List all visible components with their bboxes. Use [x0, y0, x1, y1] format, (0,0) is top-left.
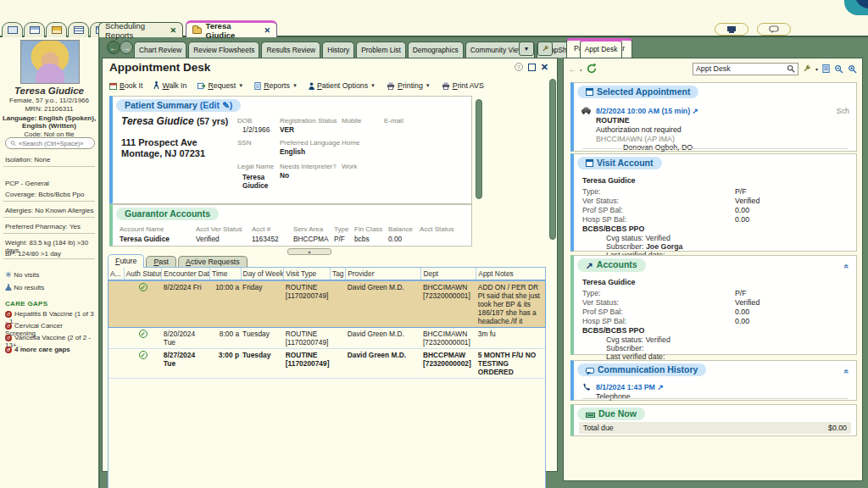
patient-language: Language: English (Spoken), [0, 114, 98, 122]
collapse-icon[interactable]: « [843, 369, 852, 374]
maximize-icon[interactable] [528, 64, 536, 71]
collapse-icon[interactable]: « [843, 264, 852, 269]
plan-name: BCBS/BCBS PPO [582, 326, 644, 335]
tab-review-flowsheets[interactable]: Review Flowsheets [188, 42, 259, 58]
communication-link[interactable]: 8/1/2024 1:43 PM ↗ [596, 383, 664, 391]
chevron-down-icon: ▼ [238, 83, 243, 88]
tab-past[interactable]: Past [146, 256, 176, 268]
close-icon[interactable]: ✕ [264, 26, 270, 35]
tab-results-review[interactable]: Results Review [261, 42, 320, 58]
col-encounter-date[interactable]: Encounter Date [162, 268, 210, 280]
col-time[interactable]: Time [210, 268, 241, 280]
appt-row[interactable]: ✓ 8/27/2024 Tue 3:00 p Tuesday ROUTINE[1… [108, 348, 545, 378]
home-workspace-tab[interactable] [2, 22, 23, 37]
secure-button[interactable] [715, 23, 748, 36]
appointment-dept: BHCCIMAWN (AP IMA) [596, 135, 675, 143]
selected-appointment-card: Selected Appointment 8/2/2024 10:00 AM (… [570, 82, 857, 152]
help-icon[interactable]: ? [515, 63, 523, 71]
appointment-link[interactable]: 8/2/2024 10:00 AM (15 min) ↗ [596, 107, 698, 115]
chevron-down-icon[interactable]: ▾ [815, 66, 818, 72]
appt-row-selected[interactable]: ✓ 8/2/2024 Fri 10:00 a Friday ROUTINE[11… [108, 280, 545, 327]
patient-mrn: MRN: 21106311 [0, 105, 98, 113]
col-acct-status: Acct Status [420, 225, 453, 233]
search-icon[interactable] [787, 64, 795, 73]
needs-interpreter-value: No [280, 171, 289, 180]
no-results-row: No results [5, 283, 95, 291]
care-gap-icon: ↺ [5, 335, 12, 341]
summary-scrollbar[interactable] [476, 99, 482, 199]
auth-check-icon: ✓ [139, 330, 147, 338]
edit-link[interactable]: (Edit ✎) [200, 100, 233, 110]
activity-settings-button[interactable] [537, 42, 553, 56]
tab-active-requests[interactable]: Active Requests [178, 256, 248, 268]
preferred-pharmacy: Preferred Pharmacy: Yes [5, 223, 95, 230]
chart-search-input[interactable] [19, 140, 90, 147]
no-visits-label: No visits [14, 271, 39, 279]
inbox-workspace-tab[interactable] [46, 22, 67, 37]
col-visit-type[interactable]: Visit Type [284, 268, 331, 280]
reports-button[interactable]: Reports▼ [254, 81, 298, 90]
auth-check-icon: ✓ [139, 283, 147, 291]
patient-sidebar-left: Teresa Giudice Female, 57 y.o., 11/2/196… [0, 37, 100, 488]
col-appt-notes[interactable]: Appt Notes [476, 268, 545, 280]
patient-language-2: English (Written) [0, 122, 98, 130]
col-auth-status[interactable]: Auth Status [124, 268, 162, 280]
list-workspace-tab[interactable] [68, 22, 89, 37]
encounter-date: 8/2/2024 Fri [162, 280, 210, 327]
inbox-icon [52, 26, 62, 34]
zoom-out-icon[interactable] [834, 64, 843, 74]
due-now-card: Due Now Total due $0.00 [570, 404, 857, 436]
calendar-workspace-tab[interactable] [24, 22, 45, 37]
printing-button[interactable]: Printing▼ [387, 81, 431, 90]
care-gap-more[interactable]: ↺4 more care gaps [5, 346, 95, 353]
sidebar-search-box [693, 63, 798, 75]
tab-scheduling-reports[interactable]: Scheduling Reports ✕ [98, 22, 183, 37]
appt-notes: 3m fu [476, 327, 545, 348]
selected-appointment-header: Selected Appointment [577, 86, 698, 98]
close-icon[interactable]: ✕ [541, 64, 548, 71]
title-bar: Scheduling Reports ✕ Teresa Giudice ✕ [0, 0, 868, 37]
ver-status-value: Verified [735, 197, 760, 205]
col-tag[interactable]: Tag [331, 268, 346, 280]
tab-appt-desk[interactable]: Appt Desk [580, 39, 623, 58]
wrench-icon[interactable] [803, 64, 811, 73]
sidebar-back-button[interactable]: ← ▾ [569, 64, 582, 74]
sidebar-search-input[interactable] [696, 64, 785, 73]
col-dept[interactable]: Dept [421, 268, 476, 280]
splitter-handle[interactable]: ▲ [287, 248, 331, 255]
chevron-down-icon: ▾ [525, 45, 528, 53]
tab-demographics[interactable]: Demographics [408, 42, 464, 58]
zoom-in-icon[interactable] [848, 64, 857, 74]
panel-scrollbar[interactable] [549, 79, 556, 240]
tab-history[interactable]: History [322, 42, 354, 58]
more-activities-button[interactable]: ▾ [519, 42, 534, 56]
patient-photo[interactable] [20, 40, 80, 84]
bookmark-icon[interactable] [822, 64, 830, 73]
hosp-sp-bal-label: Hosp SP Bal: [582, 215, 626, 224]
forward-button[interactable]: → [120, 41, 133, 54]
walk-in-button[interactable]: Walk In [153, 81, 186, 90]
home-label: Home [342, 139, 359, 147]
col-provider[interactable]: Provider [346, 268, 421, 280]
calendar-icon [586, 88, 593, 96]
back-button[interactable]: ← [107, 41, 120, 54]
refresh-icon[interactable] [587, 64, 597, 74]
patient-options-button[interactable]: Patient Options▼ [309, 81, 376, 90]
tab-chart-review[interactable]: Chart Review [134, 42, 186, 58]
col-allday[interactable]: A... [108, 268, 124, 280]
communication-channel: Telephone [596, 392, 631, 401]
care-gap-label: 4 more care gaps [14, 346, 70, 353]
col-day-of-week[interactable]: Day of Week [241, 268, 284, 280]
chart-search-box[interactable] [5, 137, 95, 149]
print-avs-button[interactable]: Print AVS [442, 81, 484, 90]
book-it-button[interactable]: Book It [109, 81, 142, 90]
chat-button[interactable] [757, 23, 791, 36]
tab-teresa-giudice[interactable]: Teresa Giudice ✕ [186, 20, 277, 37]
appt-row[interactable]: ✓ 8/20/2024 Tue 8:00 a Tuesday ROUTINE[1… [108, 327, 545, 348]
request-button[interactable]: Request▼ [198, 81, 243, 90]
tab-problem-list[interactable]: Problem List [356, 42, 406, 58]
tab-future[interactable]: Future [108, 254, 144, 268]
appointment-table: A... Auth Status Encounter Date Time Day… [108, 267, 546, 488]
close-icon[interactable]: ✕ [170, 26, 176, 35]
money-icon [586, 413, 595, 418]
